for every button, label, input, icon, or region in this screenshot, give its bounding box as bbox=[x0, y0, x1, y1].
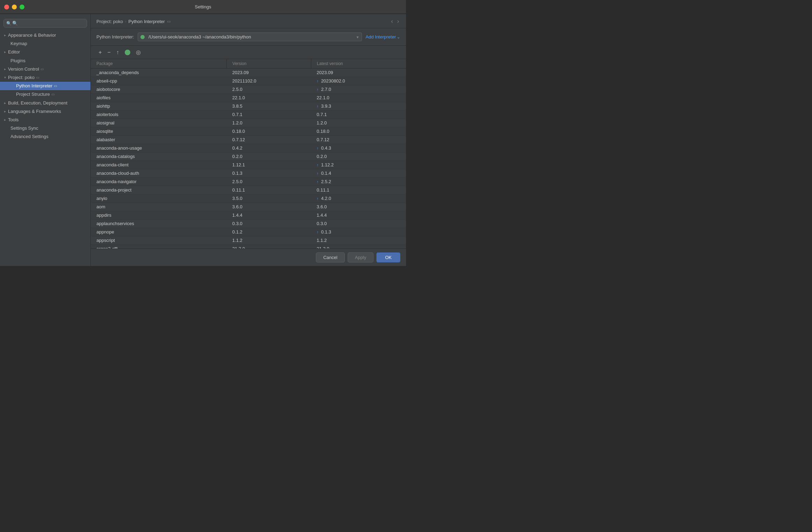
package-latest-cell: 0.11.1 bbox=[311, 186, 406, 194]
interpreter-row: Python Interpreter: /Users/ui-seok/anaco… bbox=[91, 28, 406, 46]
tree-item-tools[interactable]: ▸Tools bbox=[0, 116, 90, 124]
package-table: Package Version Latest version _anaconda… bbox=[91, 59, 406, 249]
table-row[interactable]: appscript1.1.21.1.2 bbox=[91, 236, 406, 245]
package-name-cell: _anaconda_depends bbox=[91, 69, 227, 77]
nav-forward-button[interactable]: › bbox=[396, 17, 400, 25]
package-version-cell: 0.7.12 bbox=[227, 136, 311, 144]
table-row[interactable]: abseil-cpp20211102.0↑ 20230802.0 bbox=[91, 77, 406, 85]
project-structure-label: Project Structure bbox=[16, 91, 50, 98]
package-latest-cell: 0.2.0 bbox=[311, 152, 406, 161]
maximize-button[interactable] bbox=[20, 5, 24, 9]
package-name-cell: anaconda-cloud-auth bbox=[91, 169, 227, 178]
table-row[interactable]: anaconda-navigator2.5.0↑ 2.5.2 bbox=[91, 178, 406, 186]
col-latest: Latest version bbox=[311, 59, 406, 69]
build-execution-arrow-icon: ▸ bbox=[4, 101, 6, 106]
table-row[interactable]: alabaster0.7.120.7.12 bbox=[91, 136, 406, 144]
close-button[interactable] bbox=[4, 5, 9, 9]
package-latest-cell: ↑ 0.4.3 bbox=[311, 144, 406, 152]
add-package-button[interactable]: + bbox=[96, 48, 104, 57]
ok-button[interactable]: OK bbox=[376, 252, 400, 263]
interpreter-select[interactable]: /Users/ui-seok/anaconda3 ~/anaconda3/bin… bbox=[138, 33, 362, 41]
table-row[interactable]: anyio3.5.0↑ 4.2.0 bbox=[91, 194, 406, 203]
upgrade-arrow-icon: ↑ bbox=[317, 104, 320, 108]
upgrade-arrow-icon: ↑ bbox=[317, 163, 320, 167]
plugins-label: Plugins bbox=[10, 58, 26, 64]
package-version-cell: 1.1.2 bbox=[227, 236, 311, 245]
package-latest-cell: 0.3.0 bbox=[311, 220, 406, 228]
tree-item-keymap[interactable]: Keymap bbox=[0, 39, 90, 48]
table-row[interactable]: aioitertools0.7.10.7.1 bbox=[91, 110, 406, 119]
upgrade-package-button[interactable]: ↑ bbox=[114, 48, 121, 57]
package-version-cell: 22.1.0 bbox=[227, 94, 311, 102]
package-version-cell: 0.7.1 bbox=[227, 110, 311, 119]
search-wrap: 🔍 bbox=[0, 17, 90, 31]
tree-item-project-poko[interactable]: ▾Project: poko ▭ bbox=[0, 73, 90, 82]
table-row[interactable]: anaconda-cloud-auth0.1.3↑ 0.1.4 bbox=[91, 169, 406, 178]
breadcrumb-current: Python Interpreter bbox=[129, 19, 165, 24]
table-row[interactable]: aiohttp3.8.5↑ 3.9.3 bbox=[91, 102, 406, 110]
package-version-cell: 0.1.3 bbox=[227, 169, 311, 178]
table-row[interactable]: aiofiles22.1.022.1.0 bbox=[91, 94, 406, 102]
package-name-cell: abseil-cpp bbox=[91, 77, 227, 85]
search-icon: 🔍 bbox=[6, 21, 12, 26]
add-interpreter-chevron: ⌄ bbox=[397, 34, 400, 39]
package-version-cell: 20211102.0 bbox=[227, 77, 311, 85]
package-version-cell: 1.4.4 bbox=[227, 211, 311, 220]
show-installed-button[interactable]: ◎ bbox=[134, 48, 143, 57]
tree-item-appearance-behavior[interactable]: ▸Appearance & Behavior bbox=[0, 31, 90, 39]
table-row[interactable]: aiobotocore2.5.0↑ 2.7.0 bbox=[91, 85, 406, 94]
project-poko-label: Project: poko bbox=[8, 74, 35, 81]
package-version-cell: 3.6.0 bbox=[227, 203, 311, 211]
tree-item-languages-frameworks[interactable]: ▸Languages & Frameworks bbox=[0, 107, 90, 116]
settings-dialog: 🔍 ▸Appearance & BehaviorKeymap▸EditorPlu… bbox=[0, 14, 406, 266]
refresh-packages-button[interactable] bbox=[123, 49, 132, 56]
table-row[interactable]: aiosignal1.2.01.2.0 bbox=[91, 119, 406, 127]
package-latest-cell: 0.7.1 bbox=[311, 110, 406, 119]
package-name-cell: argon2-cffi bbox=[91, 245, 227, 249]
tools-arrow-icon: ▸ bbox=[4, 117, 6, 122]
table-row[interactable]: aiosqlite0.18.00.18.0 bbox=[91, 127, 406, 136]
remove-package-button[interactable]: − bbox=[105, 48, 113, 57]
tree-item-build-execution[interactable]: ▸Build, Execution, Deployment bbox=[0, 99, 90, 107]
tree-item-settings-sync[interactable]: Settings Sync bbox=[0, 124, 90, 132]
project-poko-arrow-icon: ▾ bbox=[4, 75, 6, 80]
window-controls bbox=[4, 5, 24, 9]
package-latest-cell: 2023.09 bbox=[311, 69, 406, 77]
project-structure-db-icon: ▭ bbox=[51, 92, 55, 97]
nav-arrows: ‹ › bbox=[390, 17, 400, 25]
table-row[interactable]: anaconda-project0.11.10.11.1 bbox=[91, 186, 406, 194]
tree-item-python-interpreter[interactable]: Python Interpreter ▭ bbox=[0, 82, 90, 90]
table-row[interactable]: applaunchservices0.3.00.3.0 bbox=[91, 220, 406, 228]
table-row[interactable]: anaconda-client1.12.1↑ 1.12.2 bbox=[91, 161, 406, 169]
tree-item-editor[interactable]: ▸Editor bbox=[0, 48, 90, 56]
search-input[interactable] bbox=[3, 19, 87, 28]
minimize-button[interactable] bbox=[12, 5, 17, 9]
tree-item-plugins[interactable]: Plugins bbox=[0, 57, 90, 65]
main-layout: 🔍 ▸Appearance & BehaviorKeymap▸EditorPlu… bbox=[0, 14, 406, 266]
apply-button[interactable]: Apply bbox=[348, 252, 374, 263]
table-row[interactable]: anaconda-anon-usage0.4.2↑ 0.4.3 bbox=[91, 144, 406, 152]
package-name-cell: appdirs bbox=[91, 211, 227, 220]
package-table-wrap: Package Version Latest version _anaconda… bbox=[91, 59, 406, 249]
keymap-label: Keymap bbox=[10, 41, 27, 47]
package-latest-cell: ↑ 2.5.2 bbox=[311, 178, 406, 186]
project-poko-db-icon: ▭ bbox=[36, 75, 39, 80]
tree-item-version-control[interactable]: ▸Version Control ▭ bbox=[0, 65, 90, 73]
settings-body: 🔍 ▸Appearance & BehaviorKeymap▸EditorPlu… bbox=[0, 14, 406, 266]
tree-item-project-structure[interactable]: Project Structure ▭ bbox=[0, 90, 90, 99]
package-latest-cell: 21.3.0 bbox=[311, 245, 406, 249]
table-row[interactable]: anaconda-catalogs0.2.00.2.0 bbox=[91, 152, 406, 161]
add-interpreter-button[interactable]: Add Interpreter ⌄ bbox=[365, 34, 400, 39]
package-name-cell: anyio bbox=[91, 194, 227, 203]
table-row[interactable]: _anaconda_depends2023.092023.09 bbox=[91, 69, 406, 77]
table-row[interactable]: appnope0.1.2↑ 0.1.3 bbox=[91, 228, 406, 236]
cancel-button[interactable]: Cancel bbox=[316, 252, 345, 263]
nav-back-button[interactable]: ‹ bbox=[390, 17, 394, 25]
appearance-behavior-arrow-icon: ▸ bbox=[4, 33, 6, 38]
col-package: Package bbox=[91, 59, 227, 69]
tree-item-advanced-settings[interactable]: Advanced Settings bbox=[0, 132, 90, 141]
table-row[interactable]: appdirs1.4.41.4.4 bbox=[91, 211, 406, 220]
table-row[interactable]: aom3.6.03.6.0 bbox=[91, 203, 406, 211]
upgrade-arrow-icon: ↑ bbox=[317, 79, 320, 83]
table-row[interactable]: argon2-cffi21.3.021.3.0 bbox=[91, 245, 406, 249]
